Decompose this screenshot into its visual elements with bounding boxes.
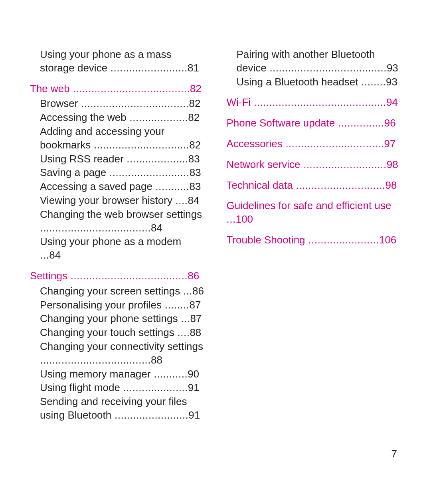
- toc-entry-label: Using your phone as a modem: [40, 235, 181, 247]
- toc-entry-page: 84: [49, 249, 61, 261]
- toc-entry-label: Changing your touch settings: [40, 326, 174, 338]
- toc-sub-list: Pairing with another Bluetooth device ..…: [237, 48, 401, 89]
- leader-dots: ......................................: [67, 270, 188, 282]
- toc-entry-page: 87: [190, 312, 202, 324]
- toc-entry: Changing your screen settings ...86: [40, 285, 205, 298]
- toc-entry-page: 81: [188, 62, 199, 74]
- toc-entry-page: 88: [151, 354, 162, 366]
- toc-entry-label: Changing your connectivity settings: [40, 340, 203, 352]
- leader-dots: ....: [174, 326, 190, 338]
- leader-dots: ........................: [111, 409, 188, 421]
- toc-entry: Using your phone as a modem ...84: [40, 235, 205, 262]
- toc-entry-label: Using a Bluetooth headset: [237, 76, 358, 88]
- toc-section-label: Trouble Shooting: [227, 234, 305, 246]
- toc-left-column: Using your phone as a mass storage devic…: [30, 48, 205, 423]
- leader-dots: ......................................: [267, 62, 387, 74]
- leader-dots: ...: [180, 285, 192, 297]
- toc-section-page: 98: [387, 158, 398, 170]
- toc-entry: Changing your phone settings ...87: [40, 312, 205, 326]
- toc-entry-label: Accessing a saved page: [40, 180, 152, 192]
- toc-section-page: 106: [379, 234, 396, 246]
- toc-entry: Accessing a saved page ...........83: [40, 180, 205, 194]
- toc-page: Using your phone as a mass storage devic…: [0, 0, 431, 504]
- toc-entry-page: 90: [188, 368, 199, 380]
- toc-sub-list: Using your phone as a mass storage devic…: [40, 48, 205, 75]
- leader-dots: ...................................: [78, 97, 189, 109]
- toc-entry-label: Using memory manager: [40, 368, 150, 380]
- toc-entry-label: Saving a page: [40, 166, 106, 178]
- leader-dots: ...: [178, 312, 190, 324]
- leader-dots: ....................................: [40, 354, 151, 366]
- toc-columns: Using your phone as a mass storage devic…: [30, 48, 401, 423]
- toc-section: Technical data .........................…: [227, 179, 401, 192]
- toc-entry-page: 86: [192, 285, 204, 297]
- toc-entry-page: 82: [189, 97, 200, 109]
- toc-section-label: Settings: [30, 270, 67, 282]
- toc-section: Accessories ............................…: [227, 137, 401, 151]
- toc-entry: Using a Bluetooth headset ........93: [237, 75, 401, 89]
- toc-entry-page: 93: [386, 76, 397, 88]
- toc-entry-page: 87: [189, 299, 201, 311]
- toc-entry-label: Accessing the web: [40, 111, 127, 123]
- toc-sub-list: Changing your screen settings ...86Perso…: [40, 285, 205, 422]
- toc-section: The web ................................…: [30, 82, 205, 96]
- leader-dots: ....................................: [40, 222, 151, 234]
- leader-dots: ....................: [124, 153, 188, 165]
- toc-entry-label: Personalising your profiles: [40, 299, 162, 311]
- leader-dots: ...................: [127, 111, 188, 123]
- toc-entry: Using flight mode .....................9…: [40, 381, 205, 395]
- leader-dots: ...: [40, 249, 49, 261]
- page-number: 7: [391, 448, 397, 460]
- toc-section-page: 97: [384, 138, 396, 150]
- toc-entry: Using your phone as a mass storage devic…: [40, 48, 205, 75]
- leader-dots: .............................: [293, 179, 386, 191]
- toc-entry: Browser ................................…: [40, 97, 205, 111]
- toc-section-page: 82: [190, 83, 202, 95]
- toc-entry-label: Changing the web browser settings: [40, 208, 202, 220]
- toc-entry: Changing the web browser settings ......…: [40, 208, 205, 235]
- leader-dots: ......................................: [70, 83, 190, 95]
- toc-entry: Viewing your browser history ....84: [40, 194, 205, 208]
- toc-section: Settings ...............................…: [30, 269, 205, 283]
- toc-entry-label: Using flight mode: [40, 381, 120, 393]
- leader-dots: ........................................…: [251, 96, 386, 108]
- leader-dots: ...............................: [91, 139, 189, 151]
- toc-entry-page: 82: [188, 111, 200, 123]
- leader-dots: ....: [172, 194, 188, 206]
- toc-entry-page: 83: [190, 180, 201, 192]
- toc-right-column: Pairing with another Bluetooth device ..…: [227, 48, 401, 423]
- toc-entry-label: Changing your phone settings: [40, 312, 178, 324]
- leader-dots: ...: [227, 213, 236, 225]
- toc-section: Network service ........................…: [227, 158, 401, 172]
- leader-dots: ........: [162, 299, 190, 311]
- leader-dots: .......................: [305, 234, 379, 246]
- leader-dots: .........................: [107, 62, 188, 74]
- toc-section-label: Phone Software update: [227, 117, 335, 129]
- toc-entry: Personalising your profiles ........87: [40, 298, 205, 312]
- toc-entry-page: 91: [188, 409, 200, 421]
- toc-entry-label: Viewing your browser history: [40, 194, 172, 206]
- toc-entry: Using RSS reader ....................83: [40, 152, 205, 166]
- toc-entry-label: Browser: [40, 97, 78, 109]
- toc-entry: Sending and receiving your files using B…: [40, 395, 205, 422]
- toc-entry-page: 83: [190, 166, 201, 178]
- toc-entry: Changing your connectivity settings ....…: [40, 340, 205, 367]
- leader-dots: ...............: [335, 117, 384, 129]
- toc-entry-page: 91: [188, 381, 200, 393]
- toc-entry: Pairing with another Bluetooth device ..…: [237, 48, 401, 75]
- toc-section: Wi-Fi ..................................…: [227, 96, 401, 109]
- toc-section-page: 98: [385, 179, 397, 191]
- leader-dots: .....................: [120, 381, 188, 393]
- toc-section-label: Guidelines for safe and efficient use: [227, 200, 391, 211]
- leader-dots: ................................: [283, 138, 384, 150]
- leader-dots: ...........: [150, 368, 188, 380]
- toc-entry-page: 84: [151, 222, 162, 234]
- leader-dots: ...........: [152, 180, 190, 192]
- toc-entry: Changing your touch settings ....88: [40, 326, 205, 340]
- leader-dots: ...........................: [300, 158, 386, 170]
- toc-entry-label: Using RSS reader: [40, 153, 124, 165]
- toc-section-page: 94: [386, 96, 398, 108]
- toc-entry: Saving a page ..........................…: [40, 166, 205, 180]
- toc-section-label: The web: [30, 83, 70, 95]
- toc-section-label: Wi-Fi: [227, 96, 251, 108]
